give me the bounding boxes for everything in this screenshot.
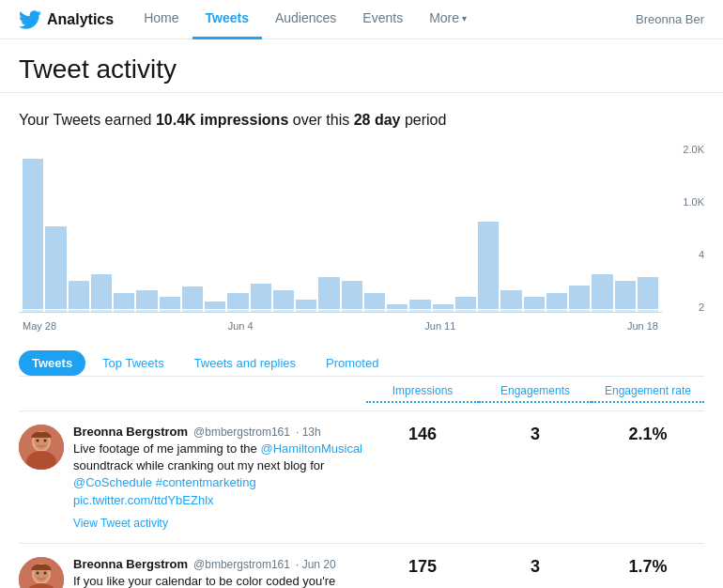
chart-container: 2.0K 1.0K 4 2 May 28 Jun 4 Jun 11 Jun 18 [19, 144, 704, 332]
bar-sub [273, 310, 294, 312]
bar-group [205, 144, 225, 312]
col-impressions[interactable]: Impressions [366, 384, 479, 403]
bar-main [114, 293, 134, 309]
bar-group [91, 144, 112, 312]
tab-promoted[interactable]: Promoted [313, 350, 392, 376]
svg-point-4 [37, 440, 39, 442]
bar-sub [342, 310, 362, 312]
bar-sub [91, 310, 112, 312]
mention-hamilton[interactable]: @HamiltonMusical [260, 441, 362, 456]
view-tweet-activity-link[interactable]: View Tweet activity [73, 517, 168, 530]
bar-group [364, 144, 385, 312]
tab-top-tweets[interactable]: Top Tweets [89, 350, 177, 376]
tweet-text: If you like your calendar to be color co… [73, 573, 366, 588]
bar-sub [455, 310, 476, 312]
bar-sub [478, 310, 499, 312]
bar-sub [114, 310, 134, 312]
tab-tweets[interactable]: Tweets [19, 350, 85, 376]
bar-group [455, 144, 476, 312]
tab-tweets-replies[interactable]: Tweets and replies [181, 350, 309, 376]
bar-main [251, 284, 271, 309]
bar-main [296, 300, 316, 309]
twitter-bird-icon [19, 8, 41, 31]
bar-group [136, 144, 157, 312]
bar-group [500, 144, 521, 312]
tweet-image-link[interactable]: pic.twitter.com/ttdYbEZhlx [73, 493, 214, 507]
nav-home[interactable]: Home [131, 0, 192, 39]
bar-main [409, 300, 430, 309]
bar-group [433, 144, 454, 312]
hashtag-contentmarketing[interactable]: #contentmarketing [156, 475, 256, 489]
bar-main [227, 293, 248, 309]
bar-sub [23, 310, 43, 312]
bar-group [160, 144, 180, 312]
bar-main [342, 281, 362, 309]
engagements-value: 3 [479, 557, 592, 577]
bar-group [273, 144, 294, 312]
bar-main [69, 281, 89, 309]
header-user: Breonna Ber [636, 12, 704, 26]
nav-tweets[interactable]: Tweets [192, 0, 262, 39]
bar-sub [615, 310, 636, 312]
bar-main [45, 226, 66, 309]
summary-text: Your Tweets earned 10.4K impressions ove… [19, 112, 704, 129]
bar-main [592, 274, 612, 309]
bar-group [409, 144, 430, 312]
mention-coschedule[interactable]: @CoSchedule [73, 475, 152, 489]
bar-main [478, 222, 499, 309]
bar-main [160, 297, 180, 309]
chart-y-labels: 2.0K 1.0K 4 2 [667, 144, 704, 332]
nav-more[interactable]: More ▾ [416, 0, 480, 39]
avatar [19, 557, 64, 588]
bar-sub [433, 310, 454, 312]
tweet-stats: 146 3 2.1% [366, 425, 704, 444]
bar-main [205, 302, 225, 309]
bar-sub [500, 310, 521, 312]
bar-sub [364, 310, 385, 312]
bar-main [569, 286, 590, 309]
bar-sub [205, 310, 225, 312]
tweet-author-name: Breonna Bergstrom [73, 425, 188, 439]
bar-group [251, 144, 271, 312]
bar-main [23, 159, 43, 309]
col-engagement-rate[interactable]: Engagement rate [592, 384, 704, 403]
bar-group [615, 144, 636, 312]
tweet-author-line: Breonna Bergstrom @bmbergstrom161 · 13h [73, 425, 366, 439]
bar-sub [296, 310, 316, 312]
bar-group [23, 144, 43, 312]
nav-audiences[interactable]: Audiences [262, 0, 349, 39]
engagement-rate-value: 1.7% [592, 557, 704, 577]
bar-main [433, 304, 454, 309]
bar-group [318, 144, 339, 312]
bar-sub [569, 310, 590, 312]
avatar-image [19, 557, 64, 588]
bar-group [342, 144, 362, 312]
nav-events[interactable]: Events [349, 0, 416, 39]
bar-main [500, 290, 521, 309]
avatar-image [19, 425, 64, 470]
tweet-author-handle: @bmbergstrom161 [193, 558, 290, 571]
bar-main [546, 293, 567, 309]
bar-sub [524, 310, 545, 312]
main-nav: Home Tweets Audiences Events More ▾ [131, 0, 636, 39]
bar-main [182, 286, 203, 309]
tweet-author-handle: @bmbergstrom161 [193, 426, 290, 439]
tweet-body: Breonna Bergstrom @bmbergstrom161 · Jun … [73, 557, 366, 588]
svg-point-5 [44, 440, 47, 442]
chevron-down-icon: ▾ [462, 13, 467, 23]
bar-group [546, 144, 567, 312]
bar-group [45, 144, 66, 312]
bar-main [364, 293, 385, 309]
bar-sub [387, 310, 408, 312]
bar-sub [592, 310, 612, 312]
bar-sub [69, 310, 89, 312]
tweet-body: Breonna Bergstrom @bmbergstrom161 · 13h … [73, 425, 366, 530]
col-engagements[interactable]: Engagements [479, 384, 592, 403]
bar-sub [638, 310, 658, 312]
tweet-stats: 175 3 1.7% [366, 557, 704, 577]
tweet-author-line: Breonna Bergstrom @bmbergstrom161 · Jun … [73, 557, 366, 571]
bar-sub [136, 310, 157, 312]
bar-main [273, 290, 294, 309]
bar-sub [45, 310, 66, 312]
table-row: Breonna Bergstrom @bmbergstrom161 · 13h … [19, 411, 704, 544]
